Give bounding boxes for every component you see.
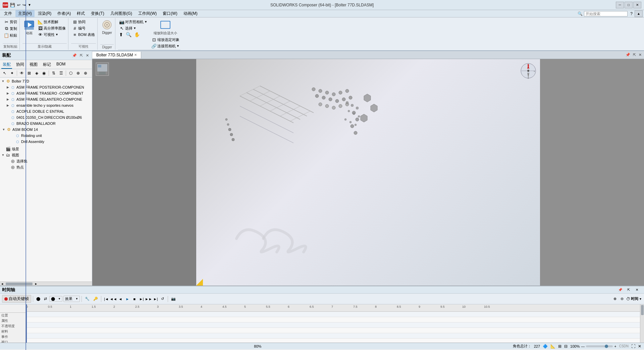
tab-collaboration[interactable]: 协同 (15, 61, 25, 69)
ribbon-collapse-button[interactable]: ▲ (635, 10, 643, 17)
sidebar-resize-handle[interactable] (91, 51, 92, 286)
tl-btn-1[interactable]: ⬤ (35, 296, 42, 301)
digger-button[interactable]: Digger (100, 19, 114, 35)
zoom-slider[interactable] (586, 345, 613, 347)
viewport-float-button[interactable]: ⇱ (632, 52, 637, 57)
stop-button[interactable]: ■ (131, 296, 138, 302)
help-button[interactable]: ? (630, 11, 633, 16)
bom-table-button[interactable]: ≡ BOM 表格 (71, 32, 96, 38)
viewport-close-button[interactable]: ✕ (638, 52, 643, 57)
tree-item-asm-frame-posterior[interactable]: ▶ ⬡ ASM FRAME POSTERIOR-COMPONEN (0, 84, 92, 90)
time-dropdown-icon[interactable]: ▼ (639, 297, 642, 301)
tl-key-btn[interactable]: 🔑 (92, 296, 99, 301)
numbering-button[interactable]: # 编号 (71, 25, 96, 31)
timeline-vscroll[interactable] (640, 304, 644, 343)
timeline-vscroll-thumb[interactable] (641, 305, 644, 315)
animation-button[interactable]: 动画 (22, 19, 36, 36)
menu-author[interactable]: 作者(A) (55, 10, 73, 17)
tl-zoom-out-btn[interactable]: ⊖ (619, 296, 625, 301)
search-input[interactable] (584, 11, 628, 16)
expand-asm-frame-trasero[interactable]: ▶ (5, 92, 10, 95)
tree-item-bolter77d[interactable]: ▼ ⚙ Bolter 77D (0, 78, 92, 84)
tl-btn-2[interactable]: ⇄ (43, 296, 48, 301)
tool-add-btn[interactable]: ⊕ (75, 70, 82, 77)
tool-sort-btn[interactable]: ⇅ (50, 70, 57, 77)
quick-access-more[interactable]: ▼ (28, 3, 31, 7)
link-camera-dropdown-icon[interactable]: ▼ (176, 44, 179, 48)
viewport-pin-button[interactable]: 📌 (625, 52, 631, 57)
menu-home[interactable]: 主页(H) (15, 10, 35, 17)
tool-vis3-btn[interactable]: ◈ (33, 70, 40, 77)
step-back-button[interactable]: ◄◄ (110, 296, 117, 302)
tool-magic-btn[interactable]: ✦ (9, 70, 15, 77)
status-icon-2[interactable]: 📐 (550, 344, 555, 349)
tl-fx-btn[interactable]: 效果 (64, 296, 74, 302)
expand-ensamble-techo[interactable]: ▶ (5, 104, 10, 107)
tree-item-rotating-unit[interactable]: ▶ ⬡ Rotating unit (0, 133, 92, 139)
link-camera-button[interactable]: 🔗 连接照相机 ▼ (150, 43, 180, 49)
select-dropdown-icon[interactable]: ▼ (133, 27, 136, 30)
timeline-close-button[interactable]: ✕ (633, 287, 641, 293)
go-end-button[interactable]: ►| (152, 296, 159, 302)
close-window-button[interactable]: ✕ (638, 344, 641, 349)
tree-item-asm-frame-delantero[interactable]: ▶ ⬡ ASM FRAME DELANTERO-COMPONE (0, 96, 92, 102)
menu-style[interactable]: 样式 (74, 10, 88, 17)
auto-keyframe-button[interactable]: 自动关键帧 (2, 295, 31, 303)
sidebar-scrollbar[interactable]: ◄ ► (0, 282, 92, 286)
panel-float-button[interactable]: ⇱ (79, 53, 84, 58)
tool-list-btn[interactable]: ☰ (58, 70, 64, 77)
go-start-button[interactable]: |◄ (103, 296, 110, 302)
tab-bom[interactable]: BOM (55, 61, 67, 69)
tree-item-0401-01050[interactable]: ▶ ⬡ 0401 01050_CH DIRECCION Ø100xØ6 (0, 114, 92, 120)
expand-asm-boom-14[interactable]: ▼ (1, 128, 6, 131)
menu-window[interactable]: 窗口(W) (160, 10, 180, 17)
play-forward-button[interactable]: ► (124, 296, 131, 302)
3d-viewport[interactable]: N x y (196, 59, 540, 286)
expand-asm-frame-delantero[interactable]: ▶ (5, 98, 10, 101)
expand-asm-frame-posterior[interactable]: ▶ (5, 86, 10, 89)
scroll-left-button[interactable]: ◄ (0, 282, 4, 286)
fullscreen-button[interactable]: ⛶ (631, 344, 635, 349)
tab-assembly[interactable]: 装配 (1, 61, 12, 69)
fast-forward-button[interactable]: ►► (145, 296, 152, 302)
coordinate-button[interactable]: ⊞ 协同 (71, 19, 96, 25)
select-button[interactable]: ↖ 选择 ▼ (118, 25, 148, 31)
tl-path-btn[interactable]: 🔧 (84, 296, 91, 301)
timeline-pin-button[interactable]: 📌 (616, 287, 624, 293)
minimize-button[interactable]: ─ (616, 2, 624, 8)
tool-vis2-btn[interactable]: ⊠ (26, 70, 33, 77)
play-back-button[interactable]: ◄ (117, 296, 124, 302)
panel-pin-button[interactable]: 📌 (71, 53, 78, 58)
tool-more-btn[interactable]: ⊕ (82, 70, 89, 77)
menu-workshop[interactable]: 工作间(W) (136, 10, 159, 17)
tab-view[interactable]: 视图 (28, 61, 39, 69)
tree-item-ensamble-techo[interactable]: ▶ ⬡ ensamble techo y soportes nuevos (0, 102, 92, 108)
zoom-minus-button[interactable]: — (581, 344, 585, 348)
hires-button[interactable]: 🖼 高分辨率图像 (37, 25, 67, 31)
nav-pan-button[interactable]: ✋ (133, 32, 141, 38)
tree-item-hotspots[interactable]: ▶ ◎ 热点 (0, 164, 92, 170)
timeline-float-button[interactable]: ⇱ (625, 287, 632, 293)
tl-camera-sync-btn[interactable]: 📷 (170, 296, 177, 301)
loop-button[interactable]: ↺ (159, 296, 166, 302)
maximize-button[interactable]: □ (625, 2, 633, 8)
tool-vis4-btn[interactable]: ◉ (41, 70, 47, 77)
scroll-right-button[interactable]: ► (34, 282, 38, 286)
tree-item-asm-boom-14[interactable]: ▼ ⚙ ASM BOOM 14 (0, 127, 92, 133)
tool-vis1-btn[interactable]: 👁 (18, 70, 25, 77)
align-camera-dropdown-icon[interactable]: ▼ (144, 20, 147, 23)
tl-zoom-in-btn[interactable]: ⊕ (612, 296, 618, 301)
copy-button[interactable]: ⧉ 复制 (3, 26, 18, 32)
align-camera-button[interactable]: 📷 对齐照相机 ▼ (118, 19, 148, 25)
viewport-tab-main[interactable]: Bolter 77D.SLDASM ✕ (92, 52, 141, 58)
expand-bolter77d[interactable]: ▼ (1, 80, 5, 83)
menu-transform[interactable]: 变换(T) (88, 10, 107, 17)
tl-record-btn[interactable]: ⬤ (50, 296, 56, 301)
menu-file[interactable]: 文件 (1, 10, 15, 17)
zoom-thumb[interactable] (605, 345, 608, 348)
quick-access-undo[interactable]: ↩ (17, 3, 20, 7)
visibility-button[interactable]: 👁 可视性 ▼ (37, 32, 67, 38)
tech-diagram-button[interactable]: 📐 技术图解 (37, 19, 67, 25)
paste-button[interactable]: 📋 粘贴 (3, 32, 18, 38)
tree-item-acople-doble[interactable]: ▶ ⬡ ACOPLE DOBLE C ENTRAL (0, 108, 92, 114)
